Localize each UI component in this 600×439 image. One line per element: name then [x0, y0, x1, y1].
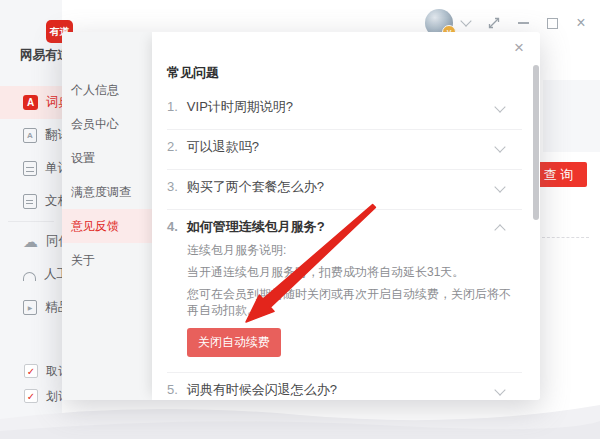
faq-number: 2.: [167, 139, 178, 154]
checkbox-row-select-word: ✓划词: [24, 388, 62, 404]
faq-question-text: 如何管理连续包月服务?: [187, 219, 325, 234]
dialog-menu-item-satisfaction-survey[interactable]: 满意度调查: [62, 175, 152, 209]
sync-cloud-icon: ☁: [23, 234, 38, 249]
settings-dialog: 个人信息会员中心设置满意度调查意见反馈关于 常见问题 1.VIP计时周期说明?2…: [62, 32, 540, 400]
sidebar-divider: [8, 221, 54, 222]
faq-question[interactable]: 3.购买了两个套餐怎么办?: [167, 179, 522, 194]
sidebar-item-label: 精品: [45, 299, 62, 316]
translate-icon: A: [23, 128, 37, 143]
sidebar-item-translate[interactable]: A翻译: [0, 119, 62, 152]
faq-question[interactable]: 2.可以退款吗?: [167, 139, 522, 154]
faq-question-text: 购买了两个套餐怎么办?: [187, 179, 324, 194]
dashed-divider: [542, 237, 589, 238]
faq-item: 2.可以退款吗?: [167, 130, 522, 170]
checkbox-select-word[interactable]: ✓: [24, 389, 38, 403]
account-chevron-down-icon[interactable]: [460, 15, 471, 26]
faq-panel: 常见问题 1.VIP计时周期说明?2.可以退款吗?3.购买了两个套餐怎么办?4.…: [152, 32, 540, 400]
faq-answer-line: 当开通连续包月服务时，扣费成功将自动延长31天。: [187, 264, 522, 280]
sidebar-nav: A词典A翻译单词文档☁同传人工▶精品: [0, 86, 62, 324]
faq-number: 4.: [167, 219, 178, 234]
faq-question[interactable]: 1.VIP计时周期说明?: [167, 99, 522, 114]
faq-list: 1.VIP计时周期说明?2.可以退款吗?3.购买了两个套餐怎么办?4.如何管理连…: [167, 90, 522, 400]
faq-question-text: VIP计时周期说明?: [187, 99, 293, 114]
app-title: 网易有道词典: [20, 47, 62, 64]
search-box-area[interactable]: [543, 80, 600, 152]
cancel-auto-renew-button[interactable]: 关闭自动续费: [187, 328, 281, 357]
sidebar-item-document[interactable]: 文档: [0, 185, 62, 218]
sidebar-item-sync[interactable]: ☁同传: [0, 225, 62, 258]
faq-answer-line: 连续包月服务说明:: [187, 242, 522, 258]
checkbox-label: 划词: [46, 388, 62, 405]
premium-video-icon: ▶: [23, 300, 37, 315]
faq-number: 1.: [167, 99, 178, 114]
faq-item: 4.如何管理连续包月服务?连续包月服务说明:当开通连续包月服务时，扣费成功将自动…: [167, 210, 522, 373]
faq-question-text: 可以退款吗?: [187, 139, 259, 154]
faq-item: 5.词典有时候会闪退怎么办?: [167, 373, 522, 400]
word-capture-options: ✓取词✓划词: [24, 363, 62, 413]
faq-question[interactable]: 4.如何管理连续包月服务?: [167, 219, 522, 234]
sidebar-item-label: 单词: [45, 160, 62, 177]
sidebar-item-label: 文档: [45, 193, 62, 210]
faq-question-text: 词典有时候会闪退怎么办?: [187, 382, 337, 397]
sidebar-item-label: 词典: [46, 94, 62, 111]
faq-number: 5.: [167, 382, 178, 397]
resize-window-icon[interactable]: [487, 16, 501, 30]
close-window-icon[interactable]: ×: [574, 16, 588, 30]
sidebar-item-label: 同传: [46, 233, 62, 250]
maximize-icon[interactable]: [545, 16, 559, 30]
human-translate-icon: [23, 272, 36, 281]
faq-title: 常见问题: [167, 64, 522, 82]
faq-question[interactable]: 5.词典有时候会闪退怎么办?: [167, 382, 522, 397]
sidebar-item-human[interactable]: 人工: [0, 258, 62, 291]
faq-item: 3.购买了两个套餐怎么办?: [167, 170, 522, 210]
dialog-menu-item-settings[interactable]: 设置: [62, 141, 152, 175]
wordbook-icon: [23, 161, 37, 176]
sidebar-item-wordbook[interactable]: 单词: [0, 152, 62, 185]
sidebar-item-premium[interactable]: ▶精品: [0, 291, 62, 324]
checkbox-capture-word[interactable]: ✓: [24, 364, 38, 378]
dialog-close-icon[interactable]: ×: [510, 39, 528, 57]
scrollbar-thumb[interactable]: [533, 65, 539, 220]
faq-item: 1.VIP计时周期说明?: [167, 90, 522, 130]
checkbox-row-capture-word: ✓取词: [24, 363, 62, 379]
sidebar-item-label: 翻译: [45, 127, 62, 144]
dialog-menu: 个人信息会员中心设置满意度调查意见反馈关于: [62, 32, 152, 400]
faq-answer: 连续包月服务说明:当开通连续包月服务时，扣费成功将自动延长31天。您可在会员到期…: [187, 242, 522, 318]
minimize-icon[interactable]: [516, 16, 530, 30]
dialog-menu-item-feedback[interactable]: 意见反馈: [62, 209, 152, 243]
dialog-menu-item-about[interactable]: 关于: [62, 243, 152, 277]
dictionary-icon: A: [23, 95, 38, 110]
sidebar-item-dictionary[interactable]: A词典: [0, 86, 62, 119]
app-window: 有道 网易有道词典 V × A词典A翻译单词文档☁同传人工▶精品 ✓取词✓划词 …: [0, 0, 600, 439]
document-icon: [23, 194, 37, 209]
dialog-menu-item-profile[interactable]: 个人信息: [62, 73, 152, 107]
faq-answer-line: 您可在会员到期前随时关闭或再次开启自动续费，关闭后将不再自动扣款。: [187, 286, 522, 318]
checkbox-label: 取词: [46, 363, 62, 380]
faq-number: 3.: [167, 179, 178, 194]
sidebar-item-label: 人工: [44, 266, 62, 283]
dialog-menu-item-member-center[interactable]: 会员中心: [62, 107, 152, 141]
